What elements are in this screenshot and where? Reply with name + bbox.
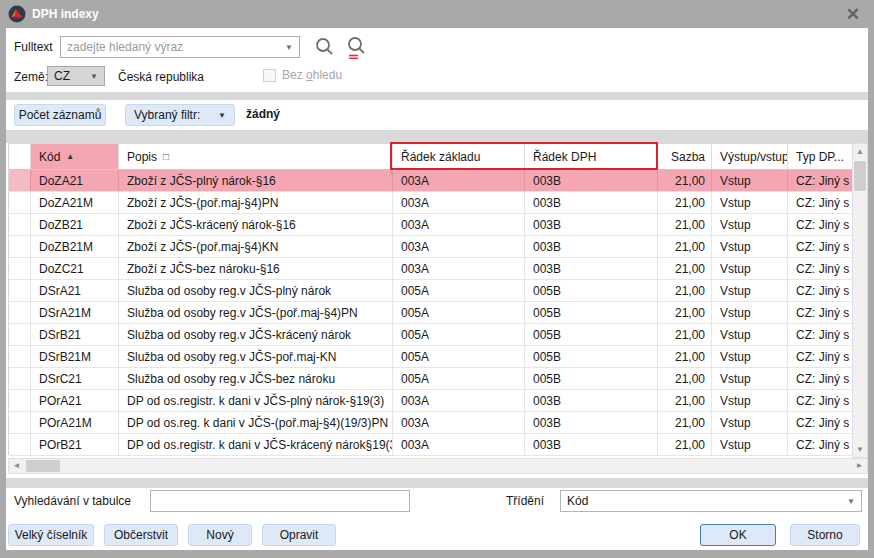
chevron-down-icon[interactable]: ▼ xyxy=(285,43,293,52)
cell-radek-dph[interactable]: 005B xyxy=(525,324,658,345)
cell-radek-dph[interactable]: 005B xyxy=(525,368,658,389)
cell-vystup-vstup[interactable]: Vstup xyxy=(712,324,788,345)
ok-button[interactable]: OK xyxy=(700,524,776,546)
cell-vystup-vstup[interactable]: Vstup xyxy=(712,214,788,235)
cell-sazba[interactable]: 21,00 xyxy=(658,390,712,411)
scroll-up-icon[interactable]: ▲ xyxy=(853,144,867,159)
table-row[interactable]: DSrA21 Služba od osoby reg.v JČS-plný ná… xyxy=(9,280,852,302)
table-row[interactable]: POrA21 DP od os.registr. k dani v JČS-pl… xyxy=(9,390,852,412)
cell-popis[interactable]: DP od os.registr. k dani v JČS-plný náro… xyxy=(119,390,393,411)
table-row[interactable]: DoZB21 Zboží z JČS-krácený nárok-§16 003… xyxy=(9,214,852,236)
cell-radek-zakladu[interactable]: 003A xyxy=(393,434,525,455)
storno-button[interactable]: Storno xyxy=(790,524,860,546)
cell-radek-zakladu[interactable]: 003A xyxy=(393,412,525,433)
cell-typ-dp[interactable]: CZ: Jiný s xyxy=(788,170,852,191)
cell-vystup-vstup[interactable]: Vstup xyxy=(712,346,788,367)
row-selector-cell[interactable] xyxy=(9,434,31,455)
cell-vystup-vstup[interactable]: Vstup xyxy=(712,258,788,279)
cell-kod[interactable]: DoZA21 xyxy=(31,170,119,191)
cell-kod[interactable]: DSrB21M xyxy=(31,346,119,367)
record-count-button[interactable]: Počet záznamů xyxy=(14,104,106,126)
cell-radek-dph[interactable]: 005B xyxy=(525,346,658,367)
cell-vystup-vstup[interactable]: Vstup xyxy=(712,368,788,389)
row-selector-cell[interactable] xyxy=(9,390,31,411)
row-selector-cell[interactable] xyxy=(9,280,31,301)
country-select[interactable]: CZ ▼ xyxy=(47,66,105,86)
cell-kod[interactable]: DSrB21 xyxy=(31,324,119,345)
cell-popis[interactable]: Zboží z JČS-bez nároku-§16 xyxy=(119,258,393,279)
cell-radek-dph[interactable]: 003B xyxy=(525,434,658,455)
table-row[interactable]: DSrC21 Služba od osoby reg.v JČS-bez nár… xyxy=(9,368,852,390)
cell-radek-zakladu[interactable]: 005A xyxy=(393,324,525,345)
bez-ohledu-checkbox[interactable]: Bez ohledu xyxy=(263,68,342,82)
cell-kod[interactable]: POrB21 xyxy=(31,434,119,455)
row-selector-cell[interactable] xyxy=(9,412,31,433)
cell-sazba[interactable]: 21,00 xyxy=(658,302,712,323)
cell-radek-dph[interactable]: 005B xyxy=(525,302,658,323)
cell-vystup-vstup[interactable]: Vstup xyxy=(712,170,788,191)
cell-sazba[interactable]: 21,00 xyxy=(658,192,712,213)
cell-kod[interactable]: DSrC21 xyxy=(31,368,119,389)
row-selector-cell[interactable] xyxy=(9,214,31,235)
cell-sazba[interactable]: 21,00 xyxy=(658,280,712,301)
velky-ciselnik-button[interactable]: Velký číselník xyxy=(8,524,94,546)
cell-popis[interactable]: DP od os.reg. k dani v JČS-(poř.maj-§4)(… xyxy=(119,412,393,433)
cell-sazba[interactable]: 21,00 xyxy=(658,236,712,257)
cell-sazba[interactable]: 21,00 xyxy=(658,434,712,455)
cell-kod[interactable]: POrA21M xyxy=(31,412,119,433)
column-header-sazba[interactable]: Sazba xyxy=(658,144,712,169)
scroll-right-icon[interactable]: ► xyxy=(852,459,867,473)
cell-sazba[interactable]: 21,00 xyxy=(658,258,712,279)
column-header-radek-zakladu[interactable]: Řádek základu xyxy=(393,144,525,169)
cell-vystup-vstup[interactable]: Vstup xyxy=(712,302,788,323)
opravit-button[interactable]: Opravit xyxy=(262,524,336,546)
row-selector-cell[interactable] xyxy=(9,236,31,257)
cell-radek-dph[interactable]: 003B xyxy=(525,412,658,433)
row-selector-cell[interactable] xyxy=(9,170,31,191)
row-selector-cell[interactable] xyxy=(9,258,31,279)
cell-typ-dp[interactable]: CZ: Jiný s xyxy=(788,390,852,411)
cell-typ-dp[interactable]: CZ: Jiný s xyxy=(788,368,852,389)
cell-radek-zakladu[interactable]: 003A xyxy=(393,214,525,235)
cell-kod[interactable]: DoZC21 xyxy=(31,258,119,279)
cell-popis[interactable]: Zboží z JČS-krácený nárok-§16 xyxy=(119,214,393,235)
cell-radek-dph[interactable]: 003B xyxy=(525,170,658,191)
cell-typ-dp[interactable]: CZ: Jiný s xyxy=(788,214,852,235)
cell-typ-dp[interactable]: CZ: Jiný s xyxy=(788,236,852,257)
cell-radek-dph[interactable]: 003B xyxy=(525,192,658,213)
cell-radek-zakladu[interactable]: 005A xyxy=(393,346,525,367)
table-row[interactable]: DoZB21M Zboží z JČS-(poř.maj-§4)KN 003A … xyxy=(9,236,852,258)
cell-typ-dp[interactable]: CZ: Jiný s xyxy=(788,346,852,367)
search-icon[interactable] xyxy=(312,36,338,60)
cell-typ-dp[interactable]: CZ: Jiný s xyxy=(788,324,852,345)
checkbox-icon[interactable] xyxy=(263,69,276,82)
cell-radek-zakladu[interactable]: 005A xyxy=(393,302,525,323)
cell-radek-dph[interactable]: 003B xyxy=(525,258,658,279)
row-selector-cell[interactable] xyxy=(9,302,31,323)
cell-vystup-vstup[interactable]: Vstup xyxy=(712,412,788,433)
cell-typ-dp[interactable]: CZ: Jiný s xyxy=(788,412,852,433)
horizontal-scrollbar[interactable]: ◄ ► xyxy=(8,458,868,474)
vertical-scrollbar-thumb[interactable] xyxy=(854,161,866,191)
cell-popis[interactable]: Služba od osoby reg.v JČS-plný nárok xyxy=(119,280,393,301)
cell-radek-zakladu[interactable]: 003A xyxy=(393,236,525,257)
vertical-scrollbar[interactable]: ▲ ▼ xyxy=(852,143,868,458)
sort-combobox[interactable]: Kód ▼ xyxy=(560,490,862,512)
cell-vystup-vstup[interactable]: Vstup xyxy=(712,280,788,301)
table-row[interactable]: DSrB21 Služba od osoby reg.v JČS-krácený… xyxy=(9,324,852,346)
horizontal-scrollbar-thumb[interactable] xyxy=(26,460,60,472)
cell-radek-zakladu[interactable]: 003A xyxy=(393,390,525,411)
cell-radek-zakladu[interactable]: 003A xyxy=(393,258,525,279)
cell-sazba[interactable]: 21,00 xyxy=(658,412,712,433)
cell-vystup-vstup[interactable]: Vstup xyxy=(712,192,788,213)
cell-vystup-vstup[interactable]: Vstup xyxy=(712,434,788,455)
scroll-left-icon[interactable]: ◄ xyxy=(9,459,24,473)
fulltext-search-icon[interactable] xyxy=(344,36,370,60)
cell-typ-dp[interactable]: CZ: Jiný s xyxy=(788,192,852,213)
cell-radek-zakladu[interactable]: 003A xyxy=(393,170,525,191)
cell-typ-dp[interactable]: CZ: Jiný s xyxy=(788,280,852,301)
row-selector-cell[interactable] xyxy=(9,192,31,213)
cell-radek-zakladu[interactable]: 005A xyxy=(393,368,525,389)
cell-popis[interactable]: Zboží z JČS-(poř.maj-§4)KN xyxy=(119,236,393,257)
fulltext-combobox[interactable]: zadejte hledaný výraz ▼ xyxy=(60,36,300,58)
